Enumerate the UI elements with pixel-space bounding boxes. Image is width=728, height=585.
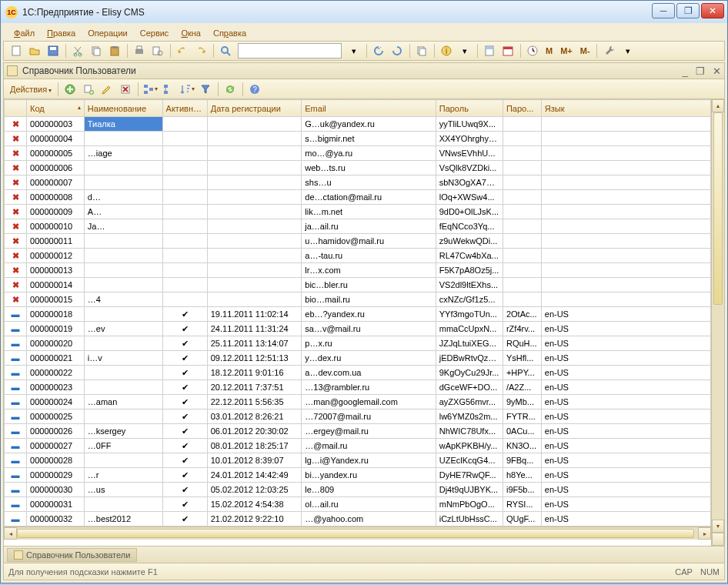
actions-dropdown[interactable]: Действия xyxy=(7,85,55,94)
edit-icon[interactable] xyxy=(99,81,115,98)
col-email[interactable]: Email xyxy=(302,100,436,117)
menu-ops[interactable]: Операции xyxy=(83,27,132,39)
add-icon[interactable] xyxy=(62,81,78,98)
hierarchy-icon[interactable] xyxy=(142,81,159,98)
table-row[interactable]: ✖000000014bic…bler.ruVS2dl9ltEXhs... xyxy=(5,278,711,292)
taskbar-tab[interactable]: Справочник Пользователи xyxy=(7,548,137,562)
panel-close-button[interactable]: ✕ xyxy=(713,65,721,77)
table-row[interactable]: ▬000000020✔25.11.2011 13:14:07p…x.ruJZJq… xyxy=(5,336,711,351)
menu-file[interactable]: Файл xyxy=(9,27,39,39)
delete-icon[interactable] xyxy=(117,81,134,98)
table-row[interactable]: ✖000000012a…-tau.ruRL47Cw4bXa... xyxy=(5,249,711,263)
table-row[interactable]: ▬000000021i…v✔09.12.2011 12:51:13y…dex.r… xyxy=(5,351,711,366)
clock-icon[interactable] xyxy=(524,42,541,59)
table-row[interactable]: ▬000000022✔18.12.2011 9:01:16a…dev.com.u… xyxy=(5,366,711,380)
wrench-icon[interactable] xyxy=(601,42,618,59)
deleted-icon: ✖ xyxy=(11,280,20,289)
redo-icon[interactable] xyxy=(192,42,209,59)
paste-icon[interactable] xyxy=(106,42,123,59)
filter-icon[interactable] xyxy=(197,81,214,98)
search-dropdown-icon[interactable]: ▾ xyxy=(346,42,362,59)
status-hint: Для получения подсказки нажмите F1 xyxy=(8,567,158,577)
menu-windows[interactable]: Окна xyxy=(176,27,205,39)
save-icon[interactable] xyxy=(45,42,62,59)
col-active[interactable]: Активный xyxy=(162,100,207,117)
table-row[interactable]: ▬000000023✔20.12.2011 7:37:51…13@rambler… xyxy=(5,380,711,395)
main-toolbar: ▾ i ▾ M M+ M- ▾ xyxy=(3,41,725,61)
table-row[interactable]: ▬000000029…r✔24.01.2012 14:42:49bi…yande… xyxy=(5,468,711,483)
col-marker[interactable] xyxy=(5,100,27,117)
app-icon: 1С xyxy=(5,6,18,18)
search-input[interactable] xyxy=(238,43,342,58)
table-row[interactable]: ▬000000030…us✔05.02.2012 12:03:25le…809D… xyxy=(5,483,711,497)
table-row[interactable]: ▬000000026…ksergey✔06.01.2012 20:30:02…e… xyxy=(5,424,711,439)
col-pwd2[interactable]: Паро... xyxy=(503,100,541,117)
active-icon: ▬ xyxy=(11,339,20,348)
menu-edit[interactable]: Правка xyxy=(42,27,80,39)
panel-minimize-button[interactable]: _ xyxy=(683,65,688,77)
add-copy-icon[interactable] xyxy=(80,81,97,98)
nav-fwd-icon[interactable] xyxy=(389,42,406,59)
table-row[interactable]: ▬000000025✔03.01.2012 8:26:21…72007@mail… xyxy=(5,410,711,424)
table-row[interactable]: ▬000000027…0FF✔08.01.2012 18:25:17…@mail… xyxy=(5,439,711,453)
maximize-button[interactable]: ❐ xyxy=(676,3,700,18)
table-row[interactable]: ▬000000032…best2012✔21.02.2012 9:22:10…@… xyxy=(5,512,711,526)
col-code[interactable]: Код ▴ xyxy=(27,100,85,117)
sort-icon[interactable] xyxy=(179,81,195,98)
menu-help[interactable]: Справка xyxy=(209,27,251,39)
help-icon[interactable]: ? xyxy=(246,81,263,98)
col-pwd[interactable]: Пароль xyxy=(436,100,503,117)
calc-icon[interactable] xyxy=(481,42,498,59)
info-dropdown-icon[interactable]: ▾ xyxy=(456,42,473,59)
refresh-icon[interactable] xyxy=(222,81,239,98)
undo-icon[interactable] xyxy=(174,42,191,59)
table-row[interactable]: ▬000000028✔10.01.2012 8:39:07lg…i@Yandex… xyxy=(5,453,711,468)
nav-back-icon[interactable] xyxy=(370,42,387,59)
active-icon: ▬ xyxy=(11,309,20,319)
table-row[interactable]: ✖000000007shs…usbN3OgXA7Q... xyxy=(5,176,711,190)
separator xyxy=(240,81,245,98)
svg-rect-21 xyxy=(503,47,513,49)
table-row[interactable]: ✖000000013lr…x.comF5K7pA8Oz5j... xyxy=(5,263,711,278)
info-icon[interactable]: i xyxy=(438,42,455,59)
close-button[interactable]: ✕ xyxy=(701,3,724,18)
table-row[interactable]: ✖000000006web…ts.ruVsQlk8VZDki... xyxy=(5,161,711,176)
table-row[interactable]: ✖000000015…4bio…mail.rucxNZc/Gf1z5... xyxy=(5,292,711,307)
search-icon[interactable] xyxy=(217,42,234,59)
svg-rect-28 xyxy=(149,88,153,91)
table-row[interactable]: ✖000000004s…bigmir.netXX4YOhrghyo... xyxy=(5,132,711,146)
table-row[interactable]: ✖000000009A…lik…m.net9dD0+OlLJsK... xyxy=(5,205,711,219)
col-regdate[interactable]: Дата регистрации xyxy=(207,100,302,117)
hierarchy2-icon[interactable] xyxy=(160,81,177,98)
horizontal-scrollbar[interactable]: ◂▸ xyxy=(4,526,711,540)
mminus-button[interactable]: M- xyxy=(577,42,593,59)
minimize-button[interactable]: ─ xyxy=(652,3,675,18)
table-row[interactable]: ▬000000018✔19.11.2011 11:02:14eb…?yandex… xyxy=(5,307,711,322)
menu-service[interactable]: Сервис xyxy=(135,27,174,39)
new-doc-icon[interactable] xyxy=(8,42,25,59)
col-lang[interactable]: Язык xyxy=(541,100,710,117)
print-preview-icon[interactable] xyxy=(149,42,166,59)
open-icon[interactable] xyxy=(26,42,43,59)
wrench-dropdown-icon[interactable]: ▾ xyxy=(619,42,636,59)
table-row[interactable]: ▬000000024…aman✔22.12.2011 5:56:35…man@g… xyxy=(5,395,711,410)
panel-restore-button[interactable]: ❐ xyxy=(696,65,705,77)
copy-icon[interactable] xyxy=(88,42,105,59)
mplus-button[interactable]: M+ xyxy=(557,42,576,59)
col-name[interactable]: Наименование xyxy=(84,100,162,117)
m-button[interactable]: M xyxy=(543,42,556,59)
table-row[interactable]: ✖000000003ТиалкаG…uk@yandex.ruyyTliLUwq9… xyxy=(5,117,711,132)
cut-icon[interactable] xyxy=(69,42,86,59)
svg-rect-9 xyxy=(135,49,143,54)
table-row[interactable]: ✖000000008d…de…ctation@mail.rulOq+XWSw4.… xyxy=(5,190,711,205)
table-row[interactable]: ▬000000031✔15.02.2012 4:54:38ol…ail.rumN… xyxy=(5,497,711,512)
vertical-scrollbar[interactable]: ▴▾ xyxy=(711,99,724,546)
calendar-icon[interactable] xyxy=(499,42,516,59)
table-row[interactable]: ✖000000010Ja…ja…ail.rufEqNCco3Yq... xyxy=(5,219,711,234)
table-row[interactable]: ✖000000005…iagemo…@ya.ruVNwsEVhhU... xyxy=(5,146,711,161)
table-row[interactable]: ▬000000019…ev✔24.11.2011 11:31:24sa…v@ma… xyxy=(5,322,711,336)
copy2-icon[interactable] xyxy=(413,42,430,59)
status-num: NUM xyxy=(700,567,720,577)
table-row[interactable]: ✖000000011u…hamidov@mail.ruz9uWekwQDi... xyxy=(5,234,711,249)
print-icon[interactable] xyxy=(131,42,148,59)
